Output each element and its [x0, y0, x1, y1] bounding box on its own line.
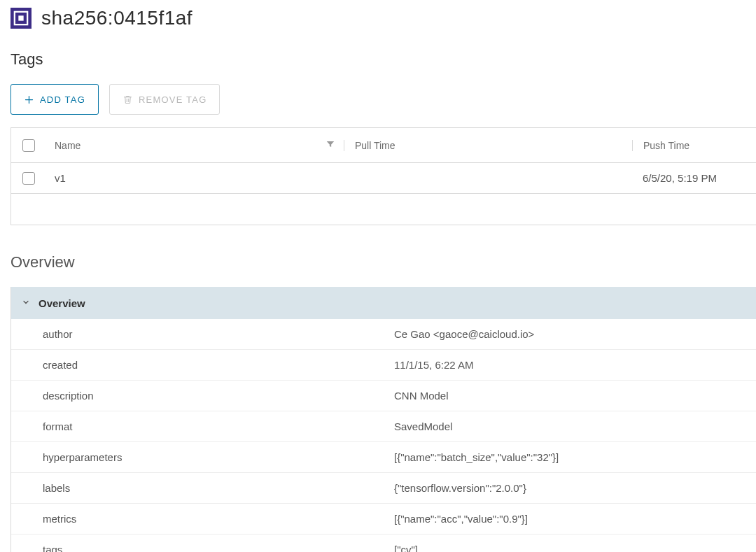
- tags-table: Name Pull Time Push Time v1: [10, 127, 756, 225]
- svg-rect-1: [18, 15, 23, 20]
- plus-icon: [24, 94, 34, 105]
- kv-row-hyperparameters: hyperparameters [{"name":"batch_size","v…: [11, 442, 756, 473]
- kv-value: Ce Gao <gaoce@caicloud.io>: [394, 328, 756, 340]
- kv-value: 11/1/15, 6:22 AM: [394, 359, 756, 371]
- kv-key: tags: [43, 544, 394, 552]
- select-all-checkbox[interactable]: [22, 139, 35, 152]
- add-tag-label: ADD TAG: [40, 94, 85, 105]
- kv-key: labels: [43, 482, 394, 494]
- kv-row-tags: tags ["cv"]: [11, 535, 756, 552]
- kv-row-author: author Ce Gao <gaoce@caicloud.io>: [11, 319, 756, 350]
- add-tag-button[interactable]: ADD TAG: [10, 84, 99, 115]
- kv-row-metrics: metrics [{"name":"acc","value":"0.9"}]: [11, 504, 756, 535]
- kv-key: metrics: [43, 513, 394, 525]
- kv-value: [{"name":"batch_size","value":"32"}]: [394, 451, 756, 463]
- kv-key: format: [43, 420, 394, 432]
- overview-panel-body: author Ce Gao <gaoce@caicloud.io> create…: [10, 319, 756, 552]
- column-name-header[interactable]: Name: [55, 140, 80, 151]
- column-push-time-header[interactable]: Push Time: [643, 140, 690, 151]
- overview-heading: Overview: [10, 253, 756, 271]
- trash-icon: [122, 94, 133, 105]
- kv-row-description: description CNN Model: [11, 381, 756, 411]
- kv-row-created: created 11/1/15, 6:22 AM: [11, 350, 756, 381]
- page-header: sha256:0415f1af: [10, 7, 756, 29]
- chevron-down-icon: [22, 297, 30, 309]
- table-header-row: Name Pull Time Push Time: [11, 128, 756, 163]
- kv-row-format: format SavedModel: [11, 411, 756, 442]
- remove-tag-label: REMOVE TAG: [139, 94, 206, 105]
- row-name-value: v1: [55, 172, 66, 184]
- kv-key: description: [43, 390, 394, 402]
- kv-key: hyperparameters: [43, 451, 394, 463]
- table-footer: [11, 194, 756, 225]
- row-checkbox[interactable]: [22, 172, 35, 185]
- kv-key: created: [43, 359, 394, 371]
- kv-value: CNN Model: [394, 390, 756, 402]
- kv-value: SavedModel: [394, 420, 756, 432]
- remove-tag-button: REMOVE TAG: [109, 84, 220, 115]
- overview-panel-label: Overview: [38, 297, 85, 309]
- kv-key: author: [43, 328, 394, 340]
- kv-row-labels: labels {"tensorflow.version":"2.0.0"}: [11, 473, 756, 504]
- kv-value: [{"name":"acc","value":"0.9"}]: [394, 513, 756, 525]
- overview-panel-toggle[interactable]: Overview: [10, 287, 756, 319]
- kv-value: {"tensorflow.version":"2.0.0"}: [394, 482, 756, 494]
- page-title: sha256:0415f1af: [41, 7, 192, 29]
- filter-icon[interactable]: [326, 139, 335, 151]
- tags-heading: Tags: [10, 50, 756, 69]
- app-logo-icon: [10, 8, 31, 29]
- row-push-time-value: 6/5/20, 5:19 PM: [643, 172, 717, 184]
- column-pull-time-header[interactable]: Pull Time: [355, 140, 396, 151]
- table-row[interactable]: v1 6/5/20, 5:19 PM: [11, 163, 756, 194]
- kv-value: ["cv"]: [394, 544, 756, 552]
